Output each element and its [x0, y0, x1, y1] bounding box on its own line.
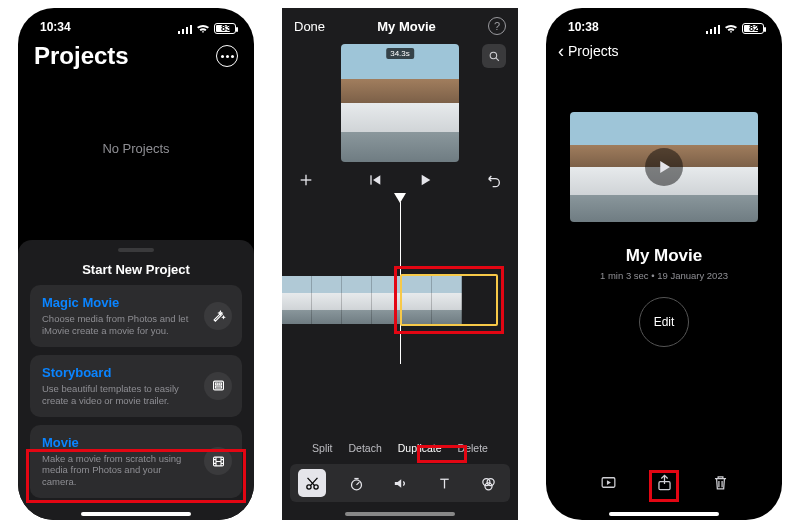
home-indicator[interactable] [609, 512, 719, 516]
editor-header: Done My Movie ? [282, 8, 518, 38]
empty-state: No Projects [18, 78, 254, 218]
svg-rect-36 [718, 25, 720, 34]
action-detach[interactable]: Detach [347, 440, 384, 456]
svg-point-16 [490, 52, 497, 59]
tool-titles[interactable] [430, 469, 458, 497]
rewind-button[interactable] [367, 172, 383, 192]
option-title: Movie [42, 435, 194, 450]
screen-project-detail: 10:38 82 ‹ Projects My Movie 1 min 3 sec… [546, 8, 782, 520]
svg-rect-35 [714, 27, 716, 34]
preview-area: 34.3s [282, 38, 518, 162]
project-thumbnail[interactable] [570, 112, 758, 222]
delete-button[interactable] [708, 470, 732, 494]
option-title: Storyboard [42, 365, 194, 380]
svg-point-32 [484, 482, 491, 489]
svg-rect-7 [215, 386, 221, 388]
wifi-icon [724, 24, 738, 34]
zoom-button[interactable] [482, 44, 506, 68]
status-time: 10:34 [40, 20, 71, 34]
option-storyboard[interactable]: Storyboard Use beautiful templates to ea… [30, 355, 242, 417]
duration-badge: 34.3s [386, 48, 414, 59]
action-delete[interactable]: Delete [456, 440, 490, 456]
option-desc: Make a movie from scratch using media fr… [42, 453, 194, 489]
svg-rect-0 [178, 31, 180, 34]
project-meta: 1 min 3 sec • 19 January 2023 [546, 270, 782, 281]
wifi-icon [196, 24, 210, 34]
share-button[interactable] [652, 470, 676, 494]
header: Projects [18, 36, 254, 78]
bottom-actions [546, 470, 782, 494]
tool-filters[interactable] [474, 469, 502, 497]
svg-rect-34 [710, 29, 712, 34]
screen-projects: 10:34 83 Projects No Projects Start New … [18, 8, 254, 520]
svg-rect-5 [215, 383, 218, 385]
selected-clip[interactable] [400, 274, 498, 326]
tool-speed[interactable] [342, 469, 370, 497]
help-button[interactable]: ? [488, 17, 506, 35]
option-title: Magic Movie [42, 295, 194, 310]
status-right: 82 [706, 23, 764, 34]
play-icon [645, 148, 683, 186]
signal-icon [178, 24, 192, 34]
svg-rect-33 [706, 31, 708, 34]
sheet-title: Start New Project [18, 258, 254, 285]
tool-cut[interactable] [298, 469, 326, 497]
storyboard-icon [204, 372, 232, 400]
bottom-toolbar [290, 464, 510, 502]
svg-rect-2 [186, 27, 188, 34]
sheet-handle[interactable] [118, 248, 154, 252]
option-desc: Use beautiful templates to easily create… [42, 383, 194, 407]
timeline[interactable] [282, 198, 518, 368]
svg-rect-1 [182, 29, 184, 34]
svg-rect-20 [370, 175, 371, 184]
battery-icon: 83 [214, 23, 236, 34]
project-title: My Movie [377, 19, 436, 34]
action-duplicate[interactable]: Duplicate [396, 440, 444, 456]
action-split[interactable]: Split [310, 440, 334, 456]
status-right: 83 [178, 23, 236, 34]
status-bar: 10:38 82 [546, 8, 782, 36]
home-indicator[interactable] [81, 512, 191, 516]
page-title: Projects [34, 42, 129, 70]
signal-icon [706, 24, 720, 34]
chevron-left-icon: ‹ [558, 42, 564, 60]
battery-icon: 82 [742, 23, 764, 34]
wand-icon [204, 302, 232, 330]
option-movie[interactable]: Movie Make a movie from scratch using me… [30, 425, 242, 499]
play-button[interactable] [417, 172, 433, 192]
option-magic-movie[interactable]: Magic Movie Choose media from Photos and… [30, 285, 242, 347]
edit-label: Edit [654, 315, 675, 329]
option-desc: Choose media from Photos and let iMovie … [42, 313, 194, 337]
svg-rect-6 [219, 383, 222, 385]
edit-button[interactable]: Edit [639, 297, 689, 347]
svg-rect-3 [190, 25, 192, 34]
tool-volume[interactable] [386, 469, 414, 497]
done-button[interactable]: Done [294, 19, 325, 34]
status-bar: 10:34 83 [18, 8, 254, 36]
screen-editor: Done My Movie ? 34.3s [282, 8, 518, 520]
back-label: Projects [568, 43, 619, 59]
new-project-sheet: Start New Project Magic Movie Choose med… [18, 240, 254, 520]
status-time: 10:38 [568, 20, 599, 34]
undo-button[interactable] [486, 172, 502, 192]
svg-point-25 [351, 479, 361, 489]
svg-line-26 [356, 482, 359, 485]
play-fullscreen-button[interactable] [596, 470, 620, 494]
more-button[interactable] [216, 45, 238, 67]
video-preview[interactable]: 34.3s [341, 44, 459, 162]
add-media-button[interactable] [298, 172, 314, 192]
film-icon [204, 447, 232, 475]
home-indicator[interactable] [345, 512, 455, 516]
back-nav[interactable]: ‹ Projects [546, 36, 782, 66]
svg-point-31 [487, 478, 494, 485]
svg-line-17 [496, 58, 499, 61]
svg-rect-4 [213, 381, 223, 390]
project-name: My Movie [546, 246, 782, 266]
clip-action-row: Split Detach Duplicate Delete [282, 436, 518, 460]
